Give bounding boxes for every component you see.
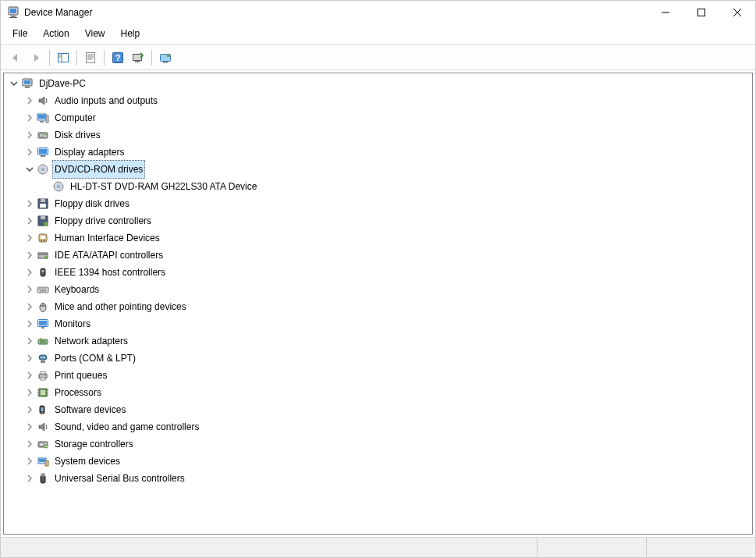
tree-category-label[interactable]: Floppy disk drives — [52, 194, 132, 213]
tree-category-floppyctrl[interactable]: Floppy drive controllers — [4, 212, 752, 229]
svg-rect-3 — [9, 17, 17, 18]
add-legacy-hardware-button[interactable] — [156, 49, 175, 66]
expander-open-icon[interactable] — [9, 78, 20, 89]
tree-category-label[interactable]: Floppy drive controllers — [52, 211, 154, 230]
tree-category-dvd[interactable]: DVD/CD-ROM drives — [4, 161, 752, 178]
tree-category-label[interactable]: Computer — [52, 108, 98, 127]
expander-closed-icon[interactable] — [24, 198, 35, 209]
keyboard-icon — [37, 283, 49, 296]
tree-category-keyboards[interactable]: Keyboards — [4, 281, 752, 298]
expander-closed-icon[interactable] — [24, 130, 35, 140]
tree-root-label[interactable]: DjDave-PC — [37, 74, 88, 93]
tree-category-ieee1394[interactable]: IEEE 1394 host controllers — [4, 264, 752, 281]
tree-category-audio[interactable]: Audio inputs and outputs — [4, 92, 752, 109]
svg-point-23 — [167, 53, 171, 57]
expander-closed-icon[interactable] — [24, 112, 35, 123]
expander-closed-icon[interactable] — [24, 95, 35, 106]
tree-category-system[interactable]: System devices — [4, 453, 752, 470]
expander-closed-icon[interactable] — [24, 387, 35, 398]
tree-category-label[interactable]: Ports (COM & LPT) — [52, 349, 138, 368]
tree-category-display[interactable]: Display adapters — [4, 144, 752, 161]
tree-device-node[interactable]: HL-DT-ST DVD-RAM GH22LS30 ATA Device — [4, 178, 752, 195]
hid-icon — [37, 232, 49, 244]
tree-device-label[interactable]: HL-DT-ST DVD-RAM GH22LS30 ATA Device — [68, 177, 259, 196]
expander-closed-icon[interactable] — [24, 473, 35, 484]
expander-closed-icon[interactable] — [24, 456, 35, 467]
tree-category-label[interactable]: Audio inputs and outputs — [52, 91, 160, 110]
tree-category-label[interactable]: Display adapters — [52, 143, 126, 162]
tree-category-label[interactable]: DVD/CD-ROM drives — [52, 160, 145, 179]
tree-category-computer[interactable]: Computer — [4, 109, 752, 126]
tree-category-label[interactable]: Sound, video and game controllers — [52, 418, 201, 436]
expander-closed-icon[interactable] — [24, 404, 35, 415]
tree-category-label[interactable]: Processors — [52, 383, 104, 402]
tree-category-printq[interactable]: Print queues — [4, 367, 752, 384]
expander-closed-icon[interactable] — [24, 421, 35, 432]
tree-category-label[interactable]: Print queues — [52, 366, 109, 385]
audio-icon — [37, 94, 49, 107]
expander-closed-icon[interactable] — [24, 147, 35, 158]
expander-closed-icon[interactable] — [24, 301, 35, 312]
expander-closed-icon[interactable] — [24, 353, 35, 364]
expander-closed-icon[interactable] — [24, 215, 35, 226]
expander-closed-icon[interactable] — [24, 318, 35, 329]
tree-category-processors[interactable]: Processors — [4, 384, 752, 401]
tree-category-software[interactable]: Software devices — [4, 401, 752, 418]
expander-closed-icon[interactable] — [24, 336, 35, 347]
tree-category-label[interactable]: System devices — [52, 452, 122, 471]
tree-category-mice[interactable]: Mice and other pointing devices — [4, 298, 752, 315]
expander-closed-icon[interactable] — [24, 233, 35, 243]
tree-category-ide[interactable]: IDE ATA/ATAPI controllers — [4, 247, 752, 264]
tree-category-label[interactable]: IEEE 1394 host controllers — [52, 263, 168, 282]
tree-category-network[interactable]: Network adapters — [4, 332, 752, 350]
menu-file[interactable]: File — [5, 26, 34, 41]
expander-closed-icon[interactable] — [24, 439, 35, 450]
tree-category-disks[interactable]: Disk drives — [4, 126, 752, 144]
expander-open-icon[interactable] — [24, 164, 35, 175]
tree-category-label[interactable]: IDE ATA/ATAPI controllers — [52, 246, 165, 265]
tree-category-label[interactable]: Human Interface Devices — [52, 229, 162, 247]
content-area: DjDave-PCAudio inputs and outputsCompute… — [1, 70, 755, 537]
tree-category-label[interactable]: Network adapters — [52, 332, 130, 350]
tree-category-label[interactable]: Keyboards — [52, 280, 101, 299]
tree-category-usb[interactable]: Universal Serial Bus controllers — [4, 470, 752, 487]
tree-category-ports[interactable]: Ports (COM & LPT) — [4, 350, 752, 367]
tree-category-label[interactable]: Universal Serial Bus controllers — [52, 469, 187, 488]
expander-closed-icon[interactable] — [24, 267, 35, 278]
tree-root-node[interactable]: DjDave-PC — [4, 75, 752, 92]
menu-help[interactable]: Help — [114, 26, 147, 41]
device-tree[interactable]: DjDave-PCAudio inputs and outputsCompute… — [3, 73, 753, 535]
menu-bar: File Action View Help — [1, 24, 755, 45]
tree-category-label[interactable]: Disk drives — [52, 126, 103, 144]
expander-closed-icon[interactable] — [24, 284, 35, 295]
computer-icon — [21, 77, 34, 90]
show-hide-tree-button[interactable] — [54, 49, 73, 66]
menu-view[interactable]: View — [78, 26, 112, 41]
tree-category-storage[interactable]: Storage controllers — [4, 435, 752, 453]
tree-category-monitors[interactable]: Monitors — [4, 315, 752, 332]
properties-button[interactable] — [81, 49, 100, 66]
tree-category-hid[interactable]: Human Interface Devices — [4, 229, 752, 247]
forward-button[interactable] — [27, 49, 45, 66]
expander-closed-icon[interactable] — [24, 370, 35, 381]
scan-hardware-button[interactable] — [129, 49, 147, 66]
network-icon — [37, 335, 49, 347]
floppyctrl-icon — [37, 215, 49, 227]
maximize-button[interactable] — [683, 1, 719, 24]
tree-category-sound[interactable]: Sound, video and game controllers — [4, 418, 752, 435]
computer-icon — [37, 112, 49, 124]
monitor-icon — [37, 318, 49, 330]
toolbar-separator — [76, 50, 77, 66]
tree-category-label[interactable]: Software devices — [52, 400, 128, 419]
svg-rect-5 — [698, 9, 705, 16]
tree-category-label[interactable]: Storage controllers — [52, 435, 136, 453]
expander-closed-icon[interactable] — [24, 250, 35, 261]
menu-action[interactable]: Action — [36, 26, 76, 41]
help-button[interactable]: ? — [108, 49, 127, 66]
tree-category-label[interactable]: Monitors — [52, 315, 93, 333]
tree-category-label[interactable]: Mice and other pointing devices — [52, 297, 189, 316]
close-button[interactable] — [719, 1, 755, 24]
back-button[interactable] — [6, 49, 25, 66]
tree-category-floppy[interactable]: Floppy disk drives — [4, 195, 752, 212]
minimize-button[interactable] — [648, 1, 683, 24]
